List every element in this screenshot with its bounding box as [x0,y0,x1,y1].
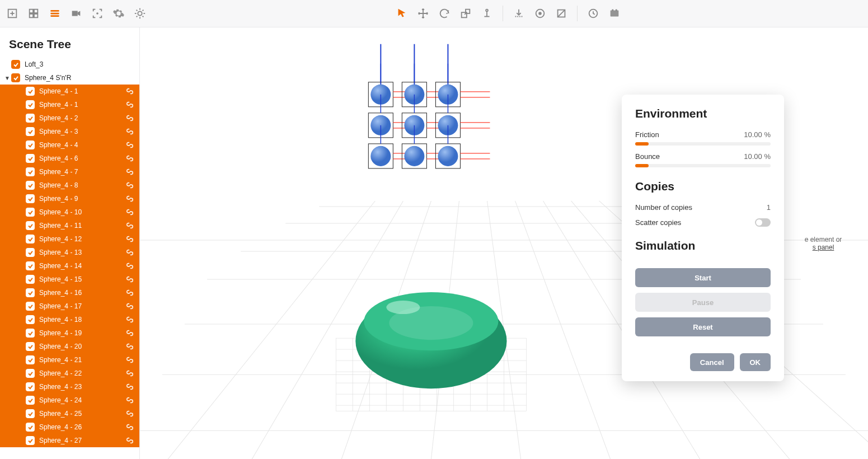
history-icon[interactable] [583,3,603,24]
visibility-checkbox[interactable] [26,423,35,432]
tree-row[interactable]: Sphere_4 - 26 [0,420,139,434]
scene-tree-title: Scene Tree [0,27,139,58]
render-icon[interactable] [604,3,625,24]
move-tool-icon[interactable] [413,3,433,24]
tree-row-label: Sphere_4 - 6 [39,154,126,162]
tree-row[interactable]: Sphere_4 - 2 [0,111,139,125]
brightness-icon[interactable] [130,3,150,24]
tree-row[interactable]: Sphere_4 - 15 [0,273,139,286]
tree-row[interactable]: Sphere_4 - 20 [0,340,139,353]
tree-row[interactable]: Sphere_4 - 25 [0,407,139,420]
tree-row[interactable]: Sphere_4 - 8 [0,179,139,192]
svg-point-23 [486,10,488,12]
gear-icon[interactable] [109,3,129,24]
scatter-toggle[interactable] [755,218,771,227]
tree-row[interactable]: Sphere_4 - 12 [0,232,139,246]
scene-tree[interactable]: Loft_3▼Sphere_4 S'n'RSphere_4 - 1Sphere_… [0,58,139,459]
start-button[interactable]: Start [635,268,771,287]
visibility-checkbox[interactable] [26,409,35,418]
visibility-checkbox[interactable] [26,154,35,163]
viewport-3d[interactable]: e element or s panel Environment Frictio… [140,27,868,459]
scale-tool-icon[interactable] [456,3,476,24]
visibility-checkbox[interactable] [26,369,35,378]
visibility-checkbox[interactable] [26,248,35,257]
svg-rect-33 [612,10,613,11]
tree-row[interactable]: Sphere_4 - 14 [0,259,139,273]
camera-icon[interactable] [66,3,86,24]
tree-row-label: Sphere_4 - 18 [39,316,126,324]
sphere-array [368,44,490,168]
visibility-checkbox[interactable] [26,355,35,364]
link-icon [126,302,134,310]
tree-row[interactable]: Sphere_4 - 1 [0,98,139,111]
visibility-checkbox[interactable] [26,288,35,297]
visibility-checkbox[interactable] [26,127,35,136]
focus-icon[interactable] [87,3,107,24]
expand-icon[interactable]: ▼ [3,75,11,81]
tree-row[interactable]: Sphere_4 - 22 [0,367,139,380]
visibility-checkbox[interactable] [26,382,35,391]
visibility-checkbox[interactable] [26,396,35,405]
tree-row[interactable]: Sphere_4 - 9 [0,192,139,205]
tree-row[interactable]: ▼Sphere_4 S'n'R [0,71,139,85]
visibility-checkbox[interactable] [26,436,35,445]
link-icon [126,343,134,350]
visibility-checkbox[interactable] [26,167,35,176]
tree-row[interactable]: Sphere_4 - 1 [0,85,139,98]
visibility-checkbox[interactable] [11,73,20,82]
bounce-slider[interactable] [635,164,771,167]
visibility-checkbox[interactable] [11,60,20,69]
tree-row[interactable]: Sphere_4 - 21 [0,353,139,367]
tree-row[interactable]: Sphere_4 - 18 [0,313,139,326]
visibility-checkbox[interactable] [26,194,35,203]
tree-row[interactable]: Sphere_4 - 19 [0,326,139,340]
visibility-checkbox[interactable] [26,275,35,284]
link-icon [126,356,134,364]
ground-icon[interactable] [509,3,529,24]
visibility-checkbox[interactable] [26,100,35,109]
cancel-button[interactable]: Cancel [690,353,734,371]
tree-row[interactable]: Sphere_4 - 4 [0,138,139,152]
list-icon[interactable] [45,3,65,24]
tree-row[interactable]: Sphere_4 - 11 [0,219,139,232]
tree-row[interactable]: Sphere_4 - 23 [0,380,139,394]
tree-row[interactable]: Sphere_4 - 16 [0,286,139,299]
tree-row[interactable]: Sphere_4 - 3 [0,125,139,138]
visibility-checkbox[interactable] [26,235,35,243]
visibility-checkbox[interactable] [26,302,35,311]
scatter-label: Scatter copies [635,218,681,227]
tree-row[interactable]: Sphere_4 - 17 [0,299,139,313]
tree-row[interactable]: Sphere_4 - 6 [0,152,139,165]
tree-row[interactable]: Sphere_4 - 7 [0,165,139,179]
visibility-checkbox[interactable] [26,329,35,338]
tree-row[interactable]: Loft_3 [0,58,139,71]
tree-row[interactable]: Sphere_4 - 10 [0,205,139,219]
tree-row-label: Sphere_4 - 4 [39,141,126,149]
visibility-checkbox[interactable] [26,261,35,270]
tree-row[interactable]: Sphere_4 - 27 [0,434,139,447]
friction-slider[interactable] [635,142,771,146]
material-icon[interactable] [551,3,571,24]
visibility-checkbox[interactable] [26,114,35,123]
reset-button[interactable]: Reset [635,317,771,336]
tree-row[interactable]: Sphere_4 - 24 [0,394,139,407]
visibility-checkbox[interactable] [26,208,35,217]
visibility-checkbox[interactable] [26,87,35,96]
physics-icon[interactable] [530,3,550,24]
copies-value[interactable]: 1 [767,203,771,212]
select-tool-icon[interactable] [392,3,412,24]
visibility-checkbox[interactable] [26,140,35,149]
tree-row[interactable]: Sphere_4 - 13 [0,246,139,259]
add-cube-icon[interactable] [2,3,22,24]
ok-button[interactable]: OK [740,353,771,371]
grid-icon[interactable] [24,3,44,24]
visibility-checkbox[interactable] [26,221,35,230]
pivot-tool-icon[interactable] [477,3,497,24]
tree-row-label: Sphere_4 - 12 [39,235,126,243]
link-icon [126,329,134,337]
rotate-tool-icon[interactable] [434,3,454,24]
visibility-checkbox[interactable] [26,342,35,351]
visibility-checkbox[interactable] [26,181,35,190]
visibility-checkbox[interactable] [26,315,35,324]
svg-line-36 [168,201,375,459]
